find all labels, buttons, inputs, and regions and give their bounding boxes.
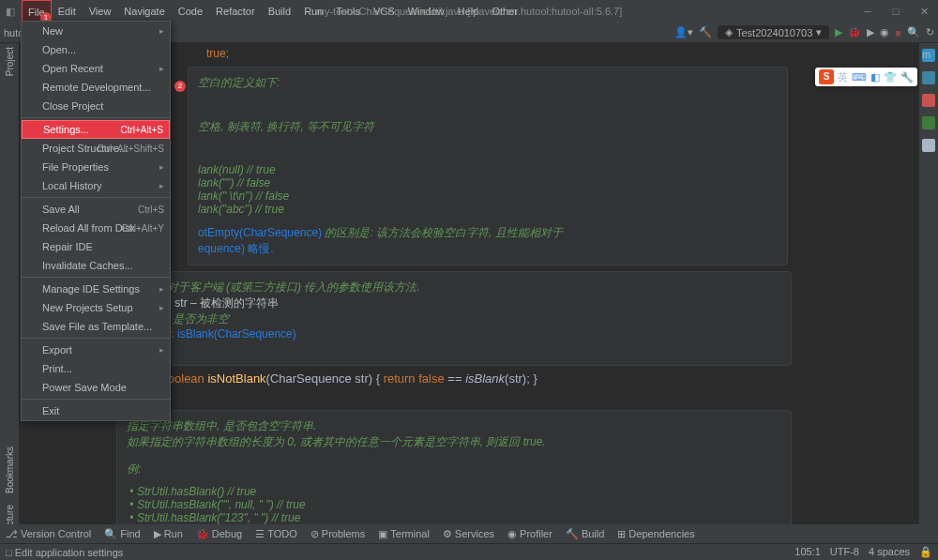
indent[interactable]: 4 spaces [869, 546, 910, 558]
menu-item-close-project[interactable]: Close Project [22, 97, 170, 115]
ime-tools-icon[interactable]: 🔧 [900, 71, 914, 83]
menu-view[interactable]: View [83, 0, 118, 23]
minimize-button[interactable]: ─ [854, 6, 882, 18]
menu-item-new-projects-setup[interactable]: New Projects Setup▸ [22, 298, 170, 317]
tw-find[interactable]: 🔍 Find [104, 528, 140, 540]
profile-button[interactable]: ◉ [880, 26, 889, 38]
run-button[interactable]: ▶ [835, 26, 842, 38]
tw-todo[interactable]: ☰ TODO [255, 528, 297, 540]
tool-bookmarks[interactable]: Bookmarks [5, 446, 15, 493]
coverage-button[interactable]: ▶ [867, 26, 874, 38]
tw-build[interactable]: 🔨 Build [566, 528, 604, 540]
menu-edit[interactable]: Edit [52, 0, 83, 23]
tool-window-bar: ⎇ Version Control 🔍 Find ▶ Run 🐞 Debug ☰… [0, 524, 938, 543]
app-icon: ◧ [0, 0, 22, 23]
status-text: □ Edit application settings [6, 547, 123, 558]
tw-run[interactable]: ▶ Run [154, 528, 183, 540]
ime-keyboard-icon[interactable]: ⌨ [852, 71, 867, 83]
tool-maven[interactable]: m [922, 49, 935, 62]
tool-plugin-c[interactable] [922, 139, 935, 152]
doc-line: lank("") // false [198, 176, 778, 189]
menu-item-save-all[interactable]: Save AllCtrl+S [22, 200, 170, 219]
menu-item-save-file-as-template-[interactable]: Save File as Template... [22, 317, 170, 336]
tw-services[interactable]: ⚙ Services [443, 528, 494, 540]
tool-plugin-b[interactable] [922, 116, 935, 129]
menu-navigate[interactable]: Navigate [117, 0, 171, 23]
lock-icon[interactable]: 🔒 [919, 546, 932, 558]
ime-floating-bar[interactable]: S 英 ⌨ ◧ 👕 🔧 [815, 68, 917, 86]
search-icon[interactable]: 🔍 [907, 26, 920, 38]
menu-item-settings-[interactable]: Settings...Ctrl+Alt+S [22, 120, 170, 139]
menu-item-open-[interactable]: Open... [22, 40, 170, 59]
code-line-129[interactable]: public static boolean isNotBlank(CharSeq… [94, 371, 919, 386]
menu-item-reload-all-from-disk[interactable]: Reload All from DiskCtrl+Alt+Y [22, 219, 170, 237]
tw-profiler[interactable]: ◉ Profiler [507, 528, 552, 540]
caret-position[interactable]: 105:1 [794, 546, 821, 558]
debug-button[interactable]: 🐞 [848, 26, 861, 38]
menu-item-power-save-mode[interactable]: Power Save Mode [22, 378, 170, 397]
tw-version-control[interactable]: ⎇ Version Control [6, 528, 91, 540]
menu-refactor[interactable]: Refactor [209, 0, 262, 23]
user-icon[interactable]: 👤▾ [674, 26, 693, 38]
close-button[interactable]: ✕ [910, 6, 938, 18]
ime-settings-icon[interactable]: ◧ [870, 71, 880, 83]
tool-database[interactable] [922, 71, 935, 84]
menu-item-project-structure-[interactable]: Project Structure...Ctrl+Alt+Shift+S [22, 139, 170, 158]
sogou-icon: S [819, 69, 834, 84]
tw-debug[interactable]: 🐞 Debug [196, 528, 242, 540]
menu-item-local-history[interactable]: Local History▸ [22, 176, 170, 195]
menu-item-invalidate-caches-[interactable]: Invalidate Caches... [22, 256, 170, 275]
menu-code[interactable]: Code [172, 0, 209, 23]
doc-line: 空格, 制表符, 换行符, 等不可见字符 [198, 119, 778, 135]
tool-plugin-a[interactable] [922, 94, 935, 107]
callout-2-badge: 2 [174, 81, 186, 92]
right-tool-strip: m [919, 43, 938, 543]
doc-line: lank(" \t\n") // false [198, 189, 778, 203]
doc-tip: 建议: 仅对于客户端 (或第三方接口) 传入的参数使用该方法. [127, 280, 781, 295]
encoding[interactable]: UTF-8 [830, 546, 859, 558]
ime-lang[interactable]: 英 [838, 70, 848, 84]
menu-item-manage-ide-settings[interactable]: Manage IDE Settings▸ [22, 280, 170, 298]
menu-item-remote-development-[interactable]: Remote Development... [22, 78, 170, 97]
tw-terminal[interactable]: ▣ Terminal [378, 528, 430, 540]
doc-line: 空白的定义如下: [198, 75, 778, 91]
status-bar: □ Edit application settings 105:1 UTF-8 … [0, 543, 938, 560]
run-config-selector[interactable]: ◈ Test2024010703 ▾ [718, 25, 829, 39]
title: my-test - CharSequenceUtil.java [Maven: … [316, 6, 623, 17]
menu-item-open-recent[interactable]: Open Recent▸ [22, 59, 170, 78]
menu-build[interactable]: Build [262, 0, 297, 23]
tool-project[interactable]: Project [5, 47, 15, 76]
build-icon[interactable]: 🔨 [699, 26, 712, 38]
menu-item-new[interactable]: New▸ [22, 22, 170, 40]
doc-line: 指定字符串数组中, 是否包含空字符串. [127, 418, 781, 434]
tw-dependencies[interactable]: ⊞ Dependencies [617, 528, 694, 540]
doc-line: lank("abc") // true [198, 203, 778, 216]
menu-item-exit[interactable]: Exit [22, 401, 170, 420]
menu-item-print-[interactable]: Print... [22, 359, 170, 378]
doc-line: lank(null) // true [198, 163, 778, 176]
menu-item-export[interactable]: Export▸ [22, 341, 170, 359]
file-menu-popup: New▸Open...Open Recent▸Remote Developmen… [21, 21, 171, 421]
left-tool-strip: Project Bookmarks Structure [0, 43, 19, 543]
update-icon[interactable]: ↻ [926, 26, 934, 38]
menu-item-file-properties[interactable]: File Properties▸ [22, 158, 170, 176]
ime-clothes-icon[interactable]: 👕 [884, 71, 897, 83]
maximize-button[interactable]: □ [882, 6, 910, 18]
tw-problems[interactable]: ⊘ Problems [310, 528, 365, 540]
stop-button[interactable]: ■ [895, 27, 901, 38]
menu-item-repair-ide[interactable]: Repair IDE [22, 237, 170, 256]
